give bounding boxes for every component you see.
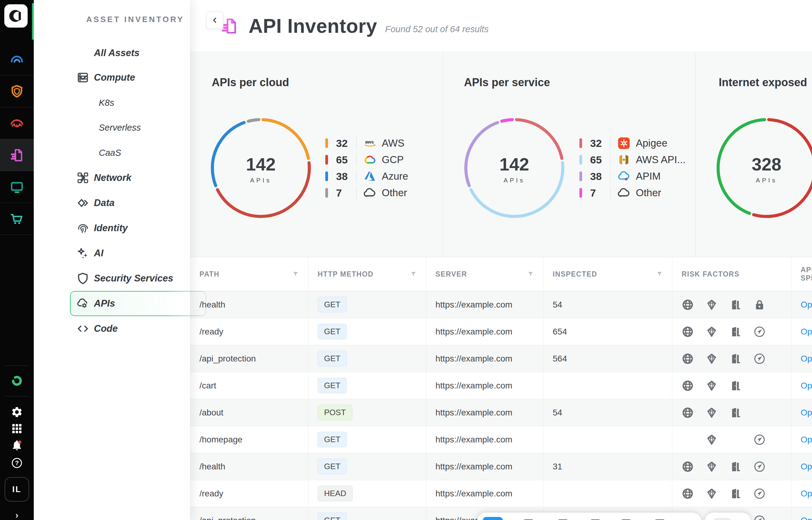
orca-logo-button[interactable] — [4, 4, 28, 28]
risk-slot — [682, 461, 706, 473]
filter-funnel-icon[interactable] — [526, 270, 535, 278]
rail-module-eye[interactable] — [0, 107, 34, 139]
toolbar-toggle[interactable] — [713, 518, 731, 520]
column-header-inspected[interactable]: INSPECTED — [543, 257, 672, 291]
sidebar-item-label: AI — [94, 248, 103, 259]
sidebar-item-all-assets[interactable]: All Assets — [34, 41, 190, 66]
risk-gem-icon[interactable] — [706, 380, 718, 392]
legend-item-aws[interactable]: 32awsAWS — [325, 135, 408, 152]
column-header-http-method[interactable]: HTTP METHOD — [309, 257, 426, 291]
risk-owasp-icon[interactable] — [754, 353, 766, 365]
column-header-risk-factors[interactable]: RISK FACTORS — [672, 257, 791, 291]
risk-gem-icon[interactable] — [706, 434, 718, 446]
risk-gem-icon[interactable] — [706, 326, 718, 338]
table-row[interactable]: /readyHEADhttps://example.comOpenAPI — [190, 480, 812, 507]
sidebar-item-compute[interactable]: Compute — [34, 65, 190, 90]
cell-api-spec: OpenAPI — [791, 426, 812, 453]
table-row[interactable]: /healthGEThttps://example.com31OpenAPI — [190, 453, 812, 480]
sidebar-collapse-button[interactable] — [206, 12, 223, 29]
rail-module-shield-orange[interactable] — [0, 75, 34, 107]
risk-internet-icon[interactable] — [682, 353, 694, 365]
risk-door-icon[interactable] — [730, 326, 742, 338]
risk-lock-icon[interactable] — [754, 298, 766, 311]
apps-button[interactable] — [0, 421, 34, 437]
sidebar-item-apis[interactable]: APIs — [34, 291, 190, 316]
sidebar-item-ai[interactable]: AI — [34, 241, 190, 266]
sidebar-item-k8s[interactable]: K8s — [34, 90, 190, 115]
help-button[interactable]: ? — [0, 455, 34, 471]
risk-door-icon[interactable] — [730, 298, 742, 311]
risk-door-icon[interactable] — [730, 353, 742, 365]
legend-item-azure[interactable]: 38Azure — [325, 168, 408, 185]
rail-module-cart[interactable] — [0, 203, 34, 235]
sidebar-item-identity[interactable]: Identity — [34, 215, 190, 241]
risk-owasp-icon[interactable] — [754, 326, 766, 338]
openapi-link[interactable]: OpenAPI — [801, 435, 812, 445]
openapi-link[interactable]: OpenAPI — [801, 327, 812, 337]
legend-item-gcp[interactable]: 65GCP — [325, 152, 408, 168]
risk-owasp-icon[interactable] — [754, 434, 766, 446]
sidebar-item-network[interactable]: Network — [34, 165, 190, 190]
monitor-icon — [9, 180, 24, 194]
table-row[interactable]: /aboutPOSThttps://example.com54OpenAPI — [190, 399, 812, 426]
rail-expand-button[interactable]: › — [0, 510, 34, 520]
notifications-button[interactable] — [0, 437, 34, 453]
legend-item-aws-api-[interactable]: 65AWS API... — [580, 152, 686, 168]
legend-item-other[interactable]: 7Other — [325, 185, 408, 201]
openapi-link[interactable]: OpenAPI — [801, 408, 812, 418]
risk-owasp-icon[interactable] — [754, 461, 766, 473]
sidebar-item-data[interactable]: Data — [34, 190, 190, 215]
legend-item-other[interactable]: 7Other — [580, 185, 686, 201]
table-row[interactable]: /cartGEThttps://example.comOpenAPI — [190, 372, 812, 399]
sidebar-item-caas[interactable]: CaaS — [34, 140, 190, 165]
risk-door-icon[interactable] — [730, 461, 742, 473]
table-row[interactable]: /healthGEThttps://example.com54OpenAPI — [190, 291, 812, 318]
profile-button[interactable]: IL — [5, 477, 29, 502]
openapi-link[interactable]: OpenAPI — [801, 462, 812, 472]
sidebar-item-label: Data — [94, 198, 115, 208]
risk-internet-icon[interactable] — [682, 461, 694, 473]
legend-item-apigee[interactable]: 32Apigee — [580, 135, 686, 152]
settings-button[interactable] — [0, 404, 34, 420]
openapi-link[interactable]: OpenAPI — [801, 300, 812, 310]
sidebar-item-code[interactable]: Code — [34, 316, 190, 341]
orca-ring-button[interactable] — [0, 373, 34, 389]
risk-internet-icon[interactable] — [682, 298, 694, 311]
risk-gem-icon[interactable] — [706, 461, 718, 473]
risk-gem-icon[interactable] — [706, 353, 718, 365]
filter-funnel-icon[interactable] — [409, 270, 417, 278]
risk-gem-icon[interactable] — [706, 407, 718, 419]
rail-module-api-doc[interactable] — [0, 139, 34, 171]
filter-funnel-icon[interactable] — [292, 270, 299, 278]
column-header-server[interactable]: SERVER — [426, 257, 543, 291]
risk-internet-icon[interactable] — [682, 407, 694, 419]
risk-internet-icon[interactable] — [682, 380, 694, 392]
risk-door-icon[interactable] — [730, 407, 742, 419]
rail-module-arc[interactable] — [0, 44, 34, 75]
risk-gem-icon[interactable] — [706, 488, 718, 500]
table-row[interactable]: /readyGEThttps://example.com654OpenAPI — [190, 318, 812, 345]
risk-internet-icon[interactable] — [682, 488, 694, 500]
openapi-link[interactable]: OpenAPI — [801, 489, 812, 498]
sidebar-item-serverless[interactable]: Serverless — [34, 115, 190, 140]
risk-owasp-icon[interactable] — [754, 488, 766, 500]
risk-door-icon[interactable] — [730, 380, 742, 392]
sidebar-item-label: Compute — [94, 72, 135, 83]
table-row[interactable]: /homepageGEThttps://example.comOpenAPI — [190, 426, 812, 453]
rail-module-monitor[interactable] — [0, 171, 34, 203]
filter-funnel-icon[interactable] — [656, 270, 663, 278]
risk-gem-icon[interactable] — [706, 298, 718, 311]
risk-owasp-icon[interactable] — [754, 515, 766, 520]
column-header-path[interactable]: PATH — [190, 257, 309, 291]
openapi-link[interactable]: OpenAPI — [801, 381, 812, 391]
sidebar-item-security-services[interactable]: Security Services — [34, 266, 190, 291]
risk-door-icon[interactable] — [730, 488, 742, 500]
risk-internet-icon[interactable] — [682, 326, 694, 338]
legend-item-apim[interactable]: 38APIM — [580, 168, 686, 185]
openapi-link[interactable]: OpenAPI — [801, 516, 812, 520]
column-header-api-spec[interactable]: API SPEC — [791, 257, 812, 291]
openapi-link[interactable]: OpenAPI — [801, 354, 812, 364]
toolbar-primary-button[interactable] — [483, 517, 503, 520]
table-row[interactable]: /api_protectionGEThttps://example.com564… — [190, 345, 812, 372]
legend-color-marker — [580, 188, 582, 198]
